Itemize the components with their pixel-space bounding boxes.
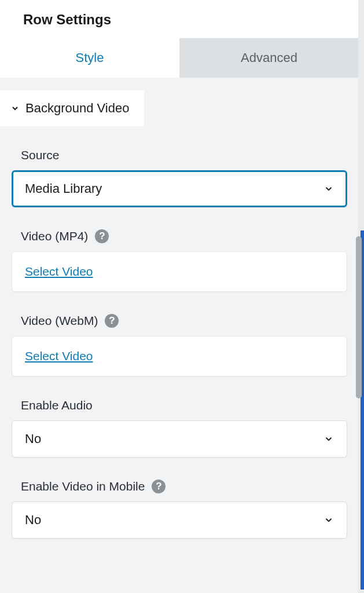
chevron-down-icon	[323, 434, 334, 444]
scrollbar[interactable]	[356, 236, 362, 398]
help-icon[interactable]: ?	[95, 229, 109, 243]
help-icon[interactable]: ?	[105, 314, 119, 328]
label-enable-video-mobile: Enable Video in Mobile ?	[12, 479, 347, 493]
chevron-down-icon	[323, 184, 334, 194]
label-enable-audio: Enable Audio	[12, 398, 347, 412]
panel-header: Row Settings	[0, 0, 359, 38]
video-mp4-box: Select Video	[12, 251, 347, 292]
video-webm-box: Select Video	[12, 336, 347, 376]
select-video-webm-link[interactable]: Select Video	[25, 349, 93, 363]
select-enable-audio[interactable]: No	[12, 420, 347, 457]
tab-advanced[interactable]: Advanced	[179, 38, 359, 78]
label-source: Source	[12, 148, 347, 162]
field-enable-video-mobile: Enable Video in Mobile ? No	[12, 479, 347, 539]
field-source: Source Media Library	[12, 148, 347, 207]
field-enable-audio: Enable Audio No	[12, 398, 347, 457]
select-video-mp4-link[interactable]: Select Video	[25, 265, 93, 278]
page-title: Row Settings	[23, 12, 359, 28]
field-video-mp4: Video (MP4) ? Select Video	[12, 229, 347, 292]
select-source[interactable]: Media Library	[12, 170, 347, 207]
chevron-down-icon	[323, 515, 334, 525]
select-enable-video-mobile[interactable]: No	[12, 502, 347, 539]
select-source-value: Media Library	[25, 181, 102, 196]
tabs: Style Advanced	[0, 38, 359, 78]
label-video-mp4: Video (MP4) ?	[12, 229, 347, 243]
select-enable-video-mobile-value: No	[25, 513, 41, 528]
field-video-webm: Video (WebM) ? Select Video	[12, 314, 347, 376]
chevron-down-icon	[10, 104, 20, 113]
help-icon[interactable]: ?	[152, 479, 166, 493]
select-enable-audio-value: No	[25, 431, 41, 446]
tab-style[interactable]: Style	[0, 38, 179, 78]
section-title: Background Video	[25, 101, 129, 116]
section-header[interactable]: Background Video	[0, 90, 144, 126]
label-video-webm: Video (WebM) ?	[12, 314, 347, 328]
